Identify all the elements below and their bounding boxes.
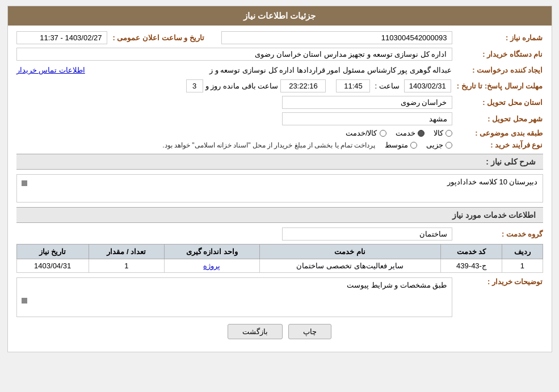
radio-jozi-circle — [445, 142, 452, 149]
radio-kala-khadamat-circle — [380, 130, 386, 137]
need-number-label: شماره نیاز : — [452, 33, 543, 42]
deadline-date: 1403/02/31 — [404, 79, 451, 92]
content-area: شماره نیاز : 1103004542000093 تاریخ و سا… — [8, 26, 552, 352]
service-group-value: ساختمان — [282, 227, 452, 241]
cell-unit: پروژه — [164, 259, 259, 273]
print-button[interactable]: چاپ — [288, 324, 331, 339]
classification-options: کالا خدمت کالا/خدمت — [16, 129, 452, 137]
deadline-label: مهلت ارسال پاسخ: تا تاریخ : — [451, 82, 543, 90]
service-group-label: گروه خدمت : — [452, 230, 543, 238]
contact-info-link[interactable]: اطلاعات تماس خریدار — [16, 66, 85, 74]
creator-label: ایجاد کننده درخواست : — [452, 66, 543, 74]
classification-row: طبقه بندی موضوعی : کالا خدمت کالا/خدمت — [16, 129, 543, 137]
page-header: جزئیات اطلاعات نیاز — [8, 6, 552, 26]
province-label: استان محل تحویل : — [452, 98, 543, 107]
deadline-clock: 23:22:16 — [280, 79, 326, 92]
day-unit: روز و — [205, 82, 221, 90]
need-description-row: دبیرستان 10 کلاسه خدادادپور — [16, 174, 543, 203]
col-row: ردیف — [502, 245, 543, 259]
page-title: جزئیات اطلاعات نیاز — [243, 11, 316, 20]
radio-motovaset-label: متوسط — [385, 141, 408, 149]
process-row: نوع فرآیند خرید : جزیی متوسط پرداخت تمام… — [16, 141, 543, 149]
col-code: کد خدمت — [440, 245, 502, 259]
radio-jozi-label: جزیی — [426, 141, 443, 149]
need-description-label: شرح کلی نیاز : — [486, 157, 536, 166]
table-row: 1 ج-43-439 سایر فعالیت‌های تخصصی ساختمان… — [16, 259, 543, 273]
radio-motovaset[interactable]: متوسط — [385, 141, 417, 149]
radio-kala-label: کالا — [434, 129, 443, 137]
process-note: پرداخت تمام یا بخشی از مبلغ خریدار از مح… — [162, 141, 375, 149]
announcement-value: 1403/02/27 - 11:37 — [16, 31, 107, 44]
cell-code: ج-43-439 — [440, 259, 502, 273]
process-options: جزیی متوسط پرداخت تمام یا بخشی از مبلغ خ… — [16, 141, 452, 149]
col-name: نام خدمت — [259, 245, 440, 259]
cell-quantity: 1 — [89, 259, 164, 273]
buyer-desc-box: طبق مشخصات و شرایط پیوست — [16, 277, 452, 317]
radio-khadamat-circle — [418, 130, 424, 137]
col-unit: واحد اندازه گیری — [164, 245, 259, 259]
buttons-row: چاپ بازگشت — [16, 324, 543, 339]
city-value: مشهد — [282, 112, 452, 125]
radio-kala-khadamat[interactable]: کالا/خدمت — [346, 129, 386, 137]
remaining-row: 23:22:16 ساعت باقی مانده روز و 3 — [186, 79, 326, 92]
radio-kala-circle — [445, 130, 452, 137]
deadline-datetime: 1403/02/31 ساعت : 11:45 23:22:16 ساعت با… — [16, 79, 451, 92]
service-group-row: گروه خدمت : ساختمان — [16, 227, 543, 241]
buyer-org-row: نام دستگاه خریدار : اداره کل نوسازی توسع… — [16, 48, 543, 61]
deadline-time-label: ساعت : — [375, 82, 399, 90]
need-description-value: دبیرستان 10 کلاسه خدادادپور — [447, 178, 537, 186]
resize-handle[interactable] — [22, 180, 27, 186]
radio-kala[interactable]: کالا — [434, 129, 452, 137]
back-button[interactable]: بازگشت — [228, 324, 283, 339]
need-description-box: دبیرستان 10 کلاسه خدادادپور — [16, 174, 543, 203]
buyer-desc-label: توضیحات خریدار : — [452, 277, 543, 286]
main-container: جزئیات اطلاعات نیاز شماره نیاز : 1103004… — [7, 6, 552, 352]
city-row: شهر محل تحویل : مشهد — [16, 112, 543, 125]
classification-label: طبقه بندی موضوعی : — [452, 129, 543, 137]
buyer-desc-resize[interactable] — [22, 298, 27, 304]
city-label: شهر محل تحویل : — [452, 115, 543, 123]
buyer-desc-value: طبق مشخصات و شرایط پیوست — [347, 281, 447, 289]
services-section-title: اطلاعات خدمات مورد نیاز — [16, 207, 543, 223]
deadline-time: 11:45 — [336, 79, 370, 92]
buyer-org-value: اداره کل نوسازی توسعه و تجهیز مدارس استا… — [16, 48, 452, 61]
cell-row: 1 — [502, 259, 543, 273]
province-value: خراسان رضوی — [282, 96, 452, 109]
province-row: استان محل تحویل : خراسان رضوی — [16, 96, 543, 109]
creator-row: ایجاد کننده درخواست : عبداله گوهری پور ک… — [16, 64, 543, 76]
services-table: ردیف کد خدمت نام خدمت واحد اندازه گیری ت… — [16, 244, 543, 273]
radio-motovaset-circle — [410, 142, 417, 149]
need-description-section-title: شرح کلی نیاز : — [16, 154, 543, 170]
radio-kala-khadamat-label: کالا/خدمت — [346, 129, 377, 137]
col-date: تاریخ نیاز — [16, 245, 89, 259]
cell-name: سایر فعالیت‌های تخصصی ساختمان — [259, 259, 440, 273]
col-quantity: تعداد / مقدار — [89, 245, 164, 259]
deadline-row: مهلت ارسال پاسخ: تا تاریخ : 1403/02/31 س… — [16, 79, 543, 92]
need-number-value: 1103004542000093 — [221, 31, 452, 44]
deadline-days: 3 — [186, 79, 203, 92]
creator-value: عبداله گوهری پور کارشناس مسئول امور قرار… — [85, 64, 452, 76]
radio-khadamat-label: خدمت — [396, 129, 415, 137]
buyer-org-label: نام دستگاه خریدار : — [452, 50, 543, 58]
radio-khadamat[interactable]: خدمت — [396, 129, 424, 137]
buyer-desc-row: توضیحات خریدار : طبق مشخصات و شرایط پیوس… — [16, 277, 543, 317]
announcement-label: تاریخ و ساعت اعلان عمومی : — [107, 33, 204, 42]
radio-jozi[interactable]: جزیی — [426, 141, 452, 149]
process-label: نوع فرآیند خرید : — [452, 141, 543, 149]
remaining-label: ساعت باقی مانده — [223, 82, 278, 90]
cell-date: 1403/04/31 — [16, 259, 89, 273]
need-number-row: شماره نیاز : 1103004542000093 تاریخ و سا… — [16, 31, 543, 44]
